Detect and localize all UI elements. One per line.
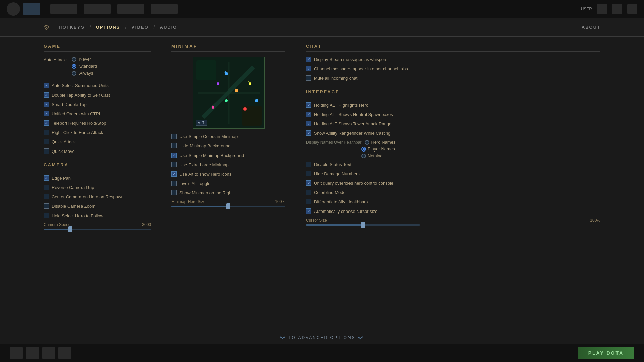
nav-btn-2[interactable]	[84, 4, 111, 14]
checkbox-auto-cursor[interactable]: Automatically choose cursor size	[306, 208, 600, 214]
checkbox-alt-highlights[interactable]: Holding ALT Highlights Hero	[306, 102, 600, 108]
checkbox-icon-unified-orders[interactable]	[44, 111, 49, 116]
checkbox-extra-large[interactable]: Use Extra Large Minimap	[171, 162, 285, 167]
checkbox-hide-bg[interactable]: Hide Minimap Background	[171, 143, 285, 148]
radio-never[interactable]: Never	[72, 57, 97, 62]
checkbox-icon-extra-large[interactable]	[171, 162, 177, 167]
minimap-hero-size-thumb[interactable]	[226, 203, 230, 209]
checkbox-icon-alt-neutral[interactable]	[306, 112, 311, 117]
about-link[interactable]: ABOUT	[582, 25, 600, 30]
nav-btn-1[interactable]	[50, 4, 77, 14]
checkbox-icon-auto-select[interactable]	[44, 83, 49, 88]
tab-hotkeys[interactable]: HOTKEYS	[54, 25, 90, 30]
checkbox-quick-attack[interactable]: Quick Attack	[44, 139, 151, 144]
checkbox-icon-alt-hero-icons[interactable]	[171, 171, 177, 177]
checkbox-edge-pan[interactable]: Edge Pan	[44, 175, 151, 181]
checkbox-right-click[interactable]: Right-Click to Force Attack	[44, 130, 151, 135]
checkbox-double-tap[interactable]: Double Tap Ability to Self Cast	[44, 92, 151, 98]
checkbox-ability-range[interactable]: Show Ability Rangefinder While Casting	[306, 130, 600, 136]
tab-audio[interactable]: AUDIO	[155, 25, 182, 30]
checkbox-icon-hide-damage[interactable]	[306, 171, 311, 176]
checkbox-colorblind[interactable]: Colorblind Mode	[306, 190, 600, 195]
checkbox-icon-disable-status[interactable]	[306, 162, 311, 167]
tab-options[interactable]: OPTIONS	[91, 25, 125, 30]
checkbox-smart-double[interactable]: Smart Double Tap	[44, 102, 151, 107]
checkbox-icon-simple-colors[interactable]	[171, 134, 177, 139]
nav-btn-3[interactable]	[117, 4, 144, 14]
radio-btn-nothing[interactable]	[361, 154, 366, 158]
bottom-icon-3[interactable]	[42, 347, 55, 359]
checkbox-icon-channel-tabs[interactable]	[306, 66, 311, 71]
checkbox-center-camera[interactable]: Center Camera on Hero on Respawn	[44, 194, 151, 199]
checkbox-icon-center-camera[interactable]	[44, 194, 49, 199]
camera-speed-thumb[interactable]	[68, 226, 72, 232]
checkbox-icon-teleport[interactable]	[44, 120, 49, 126]
radio-btn-player-names[interactable]	[361, 147, 366, 152]
checkbox-icon-unit-query[interactable]	[306, 180, 311, 186]
checkbox-unified-orders[interactable]: Unified Orders with CTRL	[44, 111, 151, 116]
checkbox-icon-alt-highlights[interactable]	[306, 102, 311, 108]
tab-video[interactable]: VIDEO	[126, 25, 153, 30]
checkbox-icon-ability-range[interactable]	[306, 130, 311, 136]
radio-standard[interactable]: Standard	[72, 64, 97, 69]
checkbox-icon-minimap-right[interactable]	[171, 190, 177, 195]
radio-btn-never[interactable]	[72, 57, 76, 62]
top-icon-2[interactable]	[612, 4, 622, 14]
checkbox-alt-tower[interactable]: Holding ALT Shows Tower Attack Range	[306, 121, 600, 126]
checkbox-icon-hold-select[interactable]	[44, 213, 49, 218]
radio-btn-hero-names[interactable]	[365, 140, 369, 145]
cursor-size-track[interactable]	[306, 224, 420, 226]
radio-always[interactable]: Always	[72, 71, 97, 76]
checkbox-icon-right-click[interactable]	[44, 130, 49, 135]
play-button[interactable]: PLAY DOTA	[578, 347, 634, 359]
checkbox-hold-select[interactable]: Hold Select Hero to Follow	[44, 213, 151, 218]
bottom-icon-1[interactable]	[10, 347, 23, 359]
cursor-size-thumb[interactable]	[361, 222, 365, 228]
checkbox-icon-diff-ally[interactable]	[306, 199, 311, 204]
advanced-options-button[interactable]: ❯ TO ADVANCED OPTIONS ❯	[281, 335, 363, 340]
checkbox-channel-tabs[interactable]: Channel messages appear in other channel…	[306, 66, 600, 71]
checkbox-icon-quick-move[interactable]	[44, 148, 49, 154]
bottom-icon-2[interactable]	[26, 347, 39, 359]
checkbox-icon-auto-cursor[interactable]	[306, 208, 311, 214]
checkbox-icon-smart-double[interactable]	[44, 102, 49, 107]
checkbox-icon-disable-zoom[interactable]	[44, 203, 49, 209]
checkbox-icon-quick-attack[interactable]	[44, 139, 49, 144]
checkbox-icon-simple-bg[interactable]	[171, 153, 177, 158]
checkbox-icon-alt-tower[interactable]	[306, 121, 311, 126]
checkbox-mute-chat[interactable]: Mute all incoming chat	[306, 75, 600, 81]
checkbox-icon-reverse-camera[interactable]	[44, 185, 49, 190]
checkbox-alt-neutral[interactable]: Holding ALT Shows Neutral Spawnboxes	[306, 112, 600, 117]
checkbox-auto-select[interactable]: Auto Select Summoned Units	[44, 83, 151, 88]
radio-nothing[interactable]: Nothing	[361, 153, 600, 158]
checkbox-disable-status[interactable]: Disable Status Text	[306, 162, 600, 167]
checkbox-icon-hide-bg[interactable]	[171, 143, 177, 148]
radio-player-names[interactable]: Player Names	[361, 146, 600, 152]
checkbox-hide-damage[interactable]: Hide Damage Numbers	[306, 171, 600, 176]
top-icon-1[interactable]	[597, 4, 607, 14]
checkbox-alt-hero-icons[interactable]: Use Alt to show Hero icons	[171, 171, 285, 177]
checkbox-icon-edge-pan[interactable]	[44, 175, 49, 181]
checkbox-reverse-camera[interactable]: Reverse Camera Grip	[44, 185, 151, 190]
checkbox-unit-query[interactable]: Unit query overrides hero control consol…	[306, 180, 600, 186]
nav-btn-4[interactable]	[151, 4, 178, 14]
checkbox-invert-alt[interactable]: Invert Alt Toggle	[171, 181, 285, 186]
radio-btn-always[interactable]	[72, 71, 76, 76]
checkbox-quick-move[interactable]: Quick Move	[44, 148, 151, 154]
bottom-icon-4[interactable]	[58, 347, 71, 359]
checkbox-diff-ally[interactable]: Differentiate Ally Healthbars	[306, 199, 600, 204]
checkbox-minimap-right[interactable]: Show Minimap on the Right	[171, 190, 285, 195]
checkbox-icon-mute-chat[interactable]	[306, 75, 311, 81]
checkbox-steam-whispers[interactable]: Display Steam messages as whispers	[306, 57, 600, 62]
checkbox-simple-colors[interactable]: Use Simple Colors in Minimap	[171, 134, 285, 139]
checkbox-icon-colorblind[interactable]	[306, 190, 311, 195]
minimap-hero-size-track[interactable]	[171, 206, 285, 207]
camera-speed-track[interactable]	[44, 229, 151, 230]
checkbox-icon-double-tap[interactable]	[44, 92, 49, 98]
checkbox-teleport[interactable]: Teleport Requires Hold/Stop	[44, 120, 151, 126]
checkbox-icon-invert-alt[interactable]	[171, 181, 177, 186]
checkbox-disable-zoom[interactable]: Disable Camera Zoom	[44, 203, 151, 209]
checkbox-simple-bg[interactable]: Use Simple Minimap Background	[171, 153, 285, 158]
top-icon-3[interactable]	[627, 4, 637, 14]
radio-hero-names[interactable]: Hero Names	[365, 140, 395, 145]
